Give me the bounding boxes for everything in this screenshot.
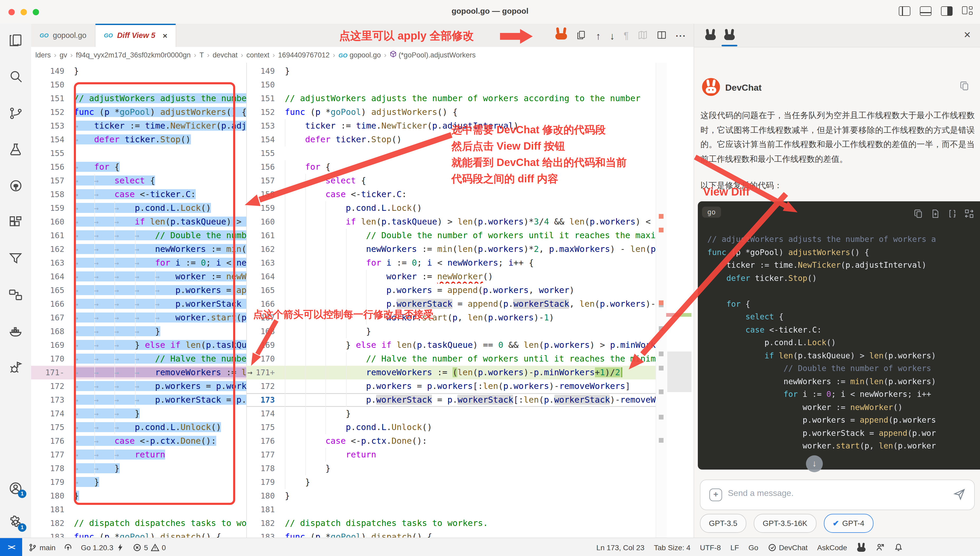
code-line-149[interactable]: 149} [31,64,246,78]
test-filter-icon[interactable] [8,251,23,266]
more-actions-icon[interactable]: ··· [675,31,686,41]
github-icon[interactable] [8,179,23,193]
view-diff-icon[interactable] [964,209,974,221]
breadcrumb-item[interactable]: (*goPool).adjustWorkers [390,50,476,59]
scrollbar[interactable] [666,63,693,538]
code-line-153[interactable]: 153→ticker := time.NewTicker(p.adjustInt… [31,119,246,133]
split-editor-icon[interactable] [657,30,667,42]
code-line-156[interactable]: 156→for { [246,160,656,174]
code-line-167[interactable]: 167→→→→→worker.start(p, len(p.workers)-1… [246,311,656,325]
code-line-162[interactable]: 162→→→→newWorkers := min(len(p.workers)*… [246,242,656,256]
code-line-162[interactable]: 162→→→→newWorkers := min(len(p.workers)*… [31,242,246,256]
source-control-icon[interactable] [8,106,23,120]
code-line-176[interactable]: 176→→case <-p.ctx.Done(): [246,434,656,448]
code-line-149[interactable]: 149} [246,64,656,78]
sync-item[interactable] [64,543,73,551]
branch-item[interactable]: main [29,543,56,551]
breadcrumb-item[interactable]: GOgopool.go [339,51,381,59]
eol[interactable]: LF [730,543,739,551]
code-line-168[interactable]: 168→→→→} [31,325,246,338]
code-line-151[interactable]: 151// adjustWorkers adjusts the number o… [31,92,246,105]
problems-item[interactable]: 5 0 [133,543,166,551]
code-line-182[interactable]: 182// dispatch dispatches tasks to worke… [31,516,246,530]
breadcrumb-item[interactable]: T [199,51,204,59]
code-line-165[interactable]: 165→→→→→p.workers = append(p.workers, wo… [246,283,656,297]
code-line-170[interactable]: 170→→→→// Halve the number of workers un… [246,352,656,366]
code-line-179[interactable]: 179→} [31,475,246,489]
diff-modified-pane[interactable]: 149}150151// adjustWorkers adjusts the n… [246,63,656,538]
devchat-status[interactable]: DevChat [768,543,808,551]
tab-diff-view[interactable]: GO Diff View 5 × [96,24,177,47]
breadcrumb-item[interactable]: gv [60,51,67,59]
code-line-177[interactable]: 177→→→return [31,448,246,462]
code-line-175[interactable]: 175→→→p.cond.L.Unlock() [31,420,246,434]
accept-change-arrow[interactable]: → [247,366,253,380]
code-line-155[interactable]: 155 [31,147,246,160]
search-icon[interactable] [8,70,23,84]
code-line-174[interactable]: 174→→→} [246,407,656,420]
devchat-rabbit-icon[interactable] [857,543,866,552]
code-line-176[interactable]: 176→→case <-p.ctx.Done(): [31,434,246,448]
code-line-175[interactable]: 175→→→p.cond.L.Unlock() [246,420,656,434]
code-line-161[interactable]: 161→→→→// Double the number of workers u… [31,229,246,242]
code-line-157[interactable]: 157→→select { [246,174,656,187]
feedback-person-icon[interactable] [876,543,884,552]
add-context-icon[interactable]: + [709,488,722,501]
code-line-169[interactable]: 169→→→} else if len(p.taskQueue) == 0 &&… [31,338,246,352]
extensions-icon[interactable] [8,215,23,229]
code-line-150[interactable]: 150 [31,78,246,92]
tab-size[interactable]: Tab Size: 4 [654,543,691,551]
code-line-177[interactable]: 177→→→return [246,448,656,462]
map-icon[interactable] [638,30,648,42]
code-line-158[interactable]: 158→→case <-ticker.C: [31,187,246,201]
code-line-172[interactable]: 172→→→→p.workers = p.workers[:len(p.work… [246,380,656,393]
code-line-171[interactable]: 171-→→→→removeWorkers := len(p.workers) … [31,366,246,380]
code-line-157[interactable]: 157→→select { [31,174,246,187]
code-line-169[interactable]: 169→→→} else if len(p.taskQueue) == 0 &&… [246,338,656,352]
code-line-168[interactable]: 168→→→→} [246,325,656,338]
message-input[interactable]: + Send a message. [700,480,975,510]
tab-gopool-go[interactable]: GO gopool.go [31,24,96,47]
code-line-179[interactable]: 179→} [246,475,656,489]
code-line-161[interactable]: 161→→→→// Double the number of workers u… [246,229,656,242]
send-icon[interactable] [953,488,966,503]
code-line-166[interactable]: 166→→→→→p.workerStack = append(p.workerS… [31,297,246,311]
open-changes-icon[interactable] [577,30,587,42]
language-mode[interactable]: Go [748,543,758,551]
code-line-164[interactable]: 164→→→→→worker := newWorker() [31,270,246,283]
code-line-160[interactable]: 160→→→if len(p.taskQueue) > len(p.worker… [31,215,246,229]
close-tab-icon[interactable]: × [163,31,167,40]
code-line-178[interactable]: 178→→} [31,462,246,475]
remote-indicator[interactable]: >< [0,538,22,556]
copy-code-icon[interactable] [914,209,923,221]
code-line-180[interactable]: 180} [31,489,246,503]
code-line-181[interactable]: 181 [246,503,656,516]
model-pill-gpt-3.5[interactable]: GPT-3.5 [700,514,746,533]
askcode-status[interactable]: AskCode [817,543,847,551]
breadcrumb-item[interactable]: devchat [212,51,238,59]
breadcrumb-item[interactable]: context [246,51,269,59]
accounts-icon[interactable]: 1 [8,481,23,495]
breadcrumb-item[interactable]: f94q_vyx2m17d_36sf0zkm0r0000gn [76,51,191,59]
scroll-down-button[interactable]: ↓ [806,455,823,472]
code-line-182[interactable]: 182// dispatch dispatches tasks to worke… [246,516,656,530]
go-version-item[interactable]: Go 1.20.3 [81,543,125,551]
code-line-158[interactable]: 158→→case <-ticker.C: [246,187,656,201]
code-line-173[interactable]: 173→→→→p.workerStack = p.workerStack[:le… [31,393,246,407]
code-line-150[interactable]: 150 [246,78,656,92]
code-line-180[interactable]: 180} [246,489,656,503]
model-pill-gpt-4[interactable]: ✔GPT-4 [824,514,873,533]
devchat-tab-icon[interactable] [705,29,716,43]
code-line-178[interactable]: 178→→} [246,462,656,475]
breadcrumb-item[interactable]: 1694409767012 [278,51,330,59]
code-line-165[interactable]: 165→→→→→p.workers = append(p.workers, wo… [31,283,246,297]
toggle-sidebar-icon[interactable] [899,6,910,16]
next-change-icon[interactable]: ↓ [610,30,615,42]
scrollbar-slider[interactable] [667,352,692,392]
code-line-183[interactable]: 183func (p *goPool) dispatch() { [246,530,656,538]
code-line-155[interactable]: 155 [246,147,656,160]
code-line-171[interactable]: →171+→→→→removeWorkers := (len(p.workers… [246,366,656,380]
code-line-181[interactable]: 181 [31,503,246,516]
code-line-152[interactable]: 152func (p *goPool) adjustWorkers() { [31,105,246,119]
devchat-apply-all-button[interactable] [555,27,568,43]
